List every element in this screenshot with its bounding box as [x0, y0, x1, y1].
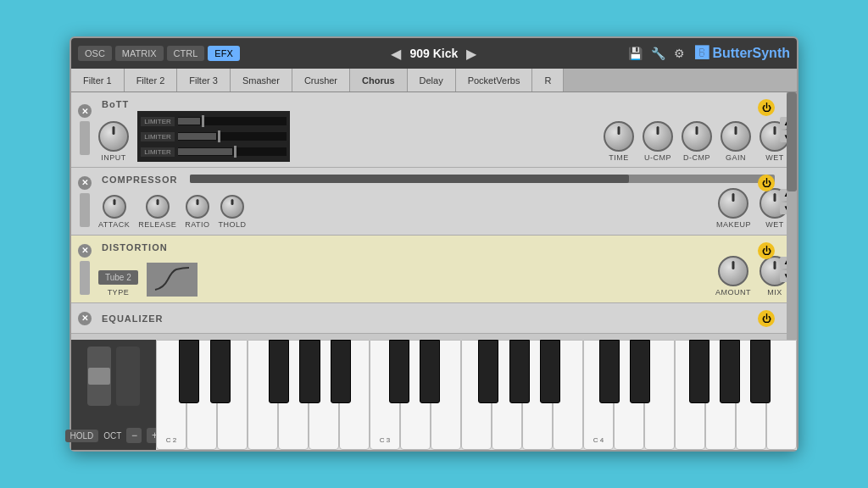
- piano-bottom-controls: HOLD OCT − +: [65, 428, 163, 443]
- logo: 🅱 ButterSynth: [695, 46, 790, 61]
- oct-minus[interactable]: −: [126, 428, 142, 443]
- dist-close[interactable]: ✕: [78, 244, 92, 258]
- comp-controls-left: ✕: [78, 176, 92, 227]
- bott-input-label: INPUT: [101, 153, 126, 162]
- white-key-b4[interactable]: [766, 340, 797, 450]
- eq-controls-left: ✕: [78, 312, 92, 325]
- dist-drag-handle[interactable]: [80, 261, 90, 295]
- tab-filter2[interactable]: Filter 2: [125, 69, 178, 92]
- black-key-as4[interactable]: [750, 340, 771, 403]
- comp-progress-bar: [190, 175, 775, 183]
- comp-release-label: RELEASE: [138, 220, 176, 229]
- nav-ctrl[interactable]: CTRL: [167, 46, 205, 61]
- settings-icon[interactable]: ⚙: [674, 47, 685, 60]
- bott-time-knob[interactable]: [604, 121, 634, 152]
- bott-dcmp-knob[interactable]: [682, 121, 712, 152]
- dist-type-label: TYPE: [108, 288, 130, 297]
- comp-bar-fill: [190, 175, 629, 183]
- eq-title: EQUALIZER: [102, 313, 164, 324]
- comp-thold-knob[interactable]: [220, 195, 244, 219]
- wrench-icon[interactable]: 🔧: [651, 47, 665, 60]
- dist-type[interactable]: Tube 2: [98, 270, 138, 285]
- dist-power[interactable]: ⏻: [758, 242, 775, 259]
- comp-attack-knob[interactable]: [103, 195, 126, 219]
- dist-content: Tube 2 TYPE AMOUNT MIX: [98, 256, 790, 297]
- comp-thold-group: THOLD: [219, 195, 247, 229]
- black-key-cs2[interactable]: [179, 340, 199, 403]
- black-key-fs3[interactable]: [478, 340, 498, 403]
- black-key-cs4[interactable]: [599, 340, 620, 403]
- tab-smasher[interactable]: Smasher: [231, 69, 292, 92]
- bott-content: INPUT LIMITER LIMITER: [98, 111, 790, 162]
- bott-dcmp-label: D-CMP: [683, 153, 710, 162]
- nav-osc[interactable]: OSC: [78, 46, 112, 61]
- tab-delay[interactable]: Delay: [408, 69, 456, 92]
- tab-chorus[interactable]: Chorus: [350, 69, 408, 92]
- mod-wheel[interactable]: [116, 347, 140, 406]
- comp-close[interactable]: ✕: [78, 176, 92, 190]
- comp-power[interactable]: ⏻: [758, 175, 775, 191]
- black-key-ds4[interactable]: [630, 340, 650, 403]
- bott-gain-knob[interactable]: [721, 121, 751, 152]
- meter-row-3: LIMITER: [141, 145, 287, 158]
- bott-dcmp-group: D-CMP: [682, 121, 712, 162]
- black-key-gs2[interactable]: [299, 340, 320, 403]
- bott-ucmp-knob[interactable]: [643, 121, 673, 152]
- comp-release-knob[interactable]: [146, 195, 170, 219]
- pitch-wheel[interactable]: [87, 347, 111, 406]
- nav-efx[interactable]: EFX: [208, 46, 239, 61]
- black-key-ds3[interactable]: [420, 340, 440, 403]
- dist-amount-label: AMOUNT: [715, 288, 751, 297]
- bott-ucmp-group: U-CMP: [643, 121, 673, 162]
- piano-keys: C 2 C 3 C 4: [156, 340, 797, 450]
- top-nav: OSC MATRIX CTRL EFX ◀ 909 Kick ▶ 💾 🔧 ⚙ 🅱…: [71, 38, 797, 69]
- efx-scrollbar[interactable]: [787, 92, 797, 340]
- black-key-fs2[interactable]: [269, 340, 289, 403]
- preset-name: 909 Kick: [409, 47, 458, 60]
- comp-drag-handle[interactable]: [80, 193, 90, 227]
- black-key-fs4[interactable]: [689, 340, 709, 403]
- bott-power[interactable]: ⏻: [758, 99, 775, 116]
- dist-curve: [147, 263, 198, 297]
- tab-filter1[interactable]: Filter 1: [71, 69, 125, 92]
- tab-pocketverbs[interactable]: PocketVerbs: [456, 69, 533, 92]
- bott-gain-group: GAIN: [721, 121, 751, 162]
- comp-attack-label: ATTACK: [98, 220, 130, 229]
- efx-scroll-thumb[interactable]: [787, 92, 797, 191]
- eq-power[interactable]: ⏻: [758, 310, 775, 327]
- black-key-as2[interactable]: [331, 340, 351, 403]
- piano-section: HOLD OCT − + C 2 C 3: [71, 340, 797, 450]
- tab-filter3[interactable]: Filter 3: [177, 69, 231, 92]
- meter-label-1: LIMITER: [141, 117, 175, 126]
- bott-close[interactable]: ✕: [78, 104, 92, 118]
- black-key-ds2[interactable]: [210, 340, 231, 403]
- nav-matrix[interactable]: MATRIX: [115, 46, 164, 61]
- comp-makeup-knob[interactable]: [718, 188, 748, 219]
- bott-input-knob[interactable]: [98, 121, 129, 152]
- bott-drag-handle[interactable]: [80, 121, 90, 155]
- bott-input-group: INPUT: [98, 121, 129, 162]
- black-key-as3[interactable]: [540, 340, 560, 403]
- dist-title: DISTORTION: [102, 242, 168, 252]
- save-icon[interactable]: 💾: [628, 47, 643, 60]
- nav-center: ◀ 909 Kick ▶: [243, 46, 625, 62]
- black-key-cs3[interactable]: [389, 340, 409, 403]
- comp-ratio-knob[interactable]: [186, 195, 209, 219]
- black-key-gs4[interactable]: [720, 340, 740, 403]
- black-key-gs3[interactable]: [509, 340, 530, 403]
- comp-ratio-label: RATIO: [185, 220, 209, 229]
- pitch-handle: [88, 368, 110, 385]
- dist-controls-left: ✕: [78, 244, 92, 295]
- tab-crusher[interactable]: Crusher: [292, 69, 350, 92]
- eq-close[interactable]: ✕: [78, 312, 92, 325]
- bott-time-label: TIME: [609, 153, 629, 162]
- bott-controls-left: ✕: [78, 104, 92, 155]
- comp-makeup-label: MAKEUP: [716, 220, 751, 229]
- preset-next[interactable]: ▶: [466, 46, 476, 62]
- dist-amount-knob[interactable]: [718, 256, 748, 286]
- comp-content: ATTACK RELEASE RATIO THOLD MAKEUP: [98, 188, 790, 229]
- comp-attack-group: ATTACK: [98, 195, 130, 229]
- hold-button[interactable]: HOLD: [65, 430, 99, 442]
- tab-r[interactable]: R: [532, 69, 564, 92]
- preset-prev[interactable]: ◀: [391, 46, 401, 62]
